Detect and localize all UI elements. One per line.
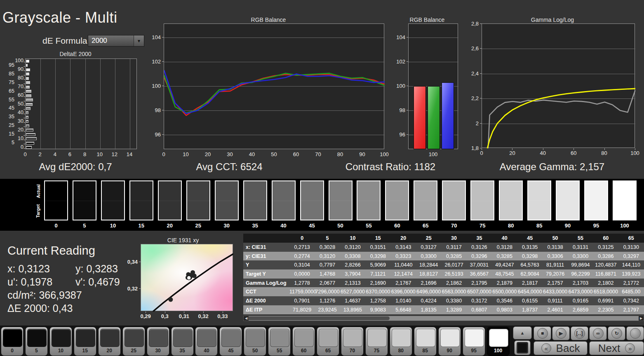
axis-tick	[407, 86, 408, 86]
pattern-button-75[interactable]: 75	[365, 327, 388, 356]
swatch-actual	[73, 181, 96, 201]
table-cell: 2,1767	[391, 280, 416, 286]
pattern-swatch	[149, 329, 168, 347]
stop-button[interactable]: ■	[534, 326, 551, 340]
axis-tick	[24, 96, 25, 97]
back-button-label: Back	[556, 342, 580, 355]
table-cell: 0,3285	[492, 253, 517, 259]
table-cell: 0,3546	[492, 298, 517, 304]
deltae-bar	[26, 103, 33, 106]
swatch-level-label: 100	[620, 222, 629, 229]
pattern-button-40[interactable]: 40	[195, 327, 218, 356]
table-row-label: ΔE ITP	[243, 307, 289, 313]
table-cell: 0,9165	[568, 298, 593, 304]
table-cell: 9,9083	[365, 307, 390, 313]
pattern-toolbar: 0510152025303540455055606570758085909510…	[0, 326, 644, 356]
avg-de-stat: Avg dE2000: 0,7	[39, 161, 112, 173]
axis-tick-label: 95	[9, 62, 14, 68]
record-button[interactable]	[626, 326, 644, 340]
pattern-swatch	[489, 329, 508, 347]
table-header-cell: 25	[416, 235, 441, 241]
pattern-button-80[interactable]: 80	[390, 327, 412, 356]
stop-pattern-button[interactable]	[514, 340, 531, 355]
axis-tick-label: 96	[400, 131, 405, 138]
table-cell: 6473,0000	[568, 289, 593, 295]
pattern-button-50[interactable]: 50	[244, 327, 266, 356]
grayscale-swatch-90	[556, 180, 580, 220]
table-cell: 0,3308	[340, 253, 365, 259]
pattern-button-label: 60	[293, 348, 315, 354]
pattern-button-5[interactable]: 5	[25, 327, 48, 356]
pattern-button-95[interactable]: 95	[463, 327, 485, 356]
pattern-button-45[interactable]: 45	[219, 327, 242, 356]
pattern-button-30[interactable]: 30	[147, 327, 169, 356]
chevron-down-icon[interactable]: ▼	[134, 35, 144, 46]
pattern-swatch	[3, 329, 22, 347]
pattern-button-85[interactable]: 85	[414, 327, 437, 356]
pattern-button-70[interactable]: 70	[341, 327, 364, 356]
grayscale-swatch-80	[499, 180, 523, 220]
pattern-button-15[interactable]: 15	[74, 327, 96, 356]
axis-tick-label: 0,29	[140, 313, 150, 319]
pattern-button-0[interactable]: 0	[1, 327, 24, 356]
axis-tick-label: 0,34	[127, 259, 138, 265]
play-button[interactable]: ▶	[552, 326, 570, 340]
table-header-cell: 0	[289, 235, 315, 241]
chart-canvas	[482, 24, 635, 148]
axis-tick-label: 75	[9, 80, 14, 85]
current-de-value: ΔE 2000: 0,43	[7, 302, 73, 314]
swatch-target	[273, 201, 295, 220]
gridline	[85, 59, 86, 150]
de-formula-value: 2000	[88, 37, 134, 45]
deltae-bar	[26, 116, 28, 119]
pattern-button-25[interactable]: 25	[122, 327, 145, 356]
axis-tick-label: 4	[54, 151, 56, 157]
gridline	[409, 37, 458, 38]
table-scrollbar[interactable]: ◀ ▶	[243, 316, 644, 321]
pattern-button-100[interactable]: 100	[487, 327, 510, 356]
table-cell: 2,4601	[543, 307, 568, 313]
table-cell: 96,2299	[568, 271, 593, 277]
pattern-button-10[interactable]: 10	[49, 327, 72, 356]
current-reading-title: Current Reading	[7, 244, 95, 258]
scroll-up-button[interactable]: ▲	[513, 326, 532, 340]
table-cell: 6454,0000	[517, 289, 543, 295]
table-cell: 64,5763	[517, 262, 543, 268]
refresh-button-icon: ↻	[611, 328, 622, 339]
scrollbar-thumb[interactable]	[248, 316, 390, 320]
loop-section-button[interactable]: [‥]	[571, 326, 588, 340]
deltae-bar	[26, 81, 30, 84]
axis-tick-label: 0	[162, 151, 165, 157]
pattern-button-60[interactable]: 60	[292, 327, 315, 356]
swatch-level-label: 80	[508, 222, 514, 229]
gridline	[115, 59, 115, 150]
pattern-swatch	[246, 329, 265, 347]
next-button[interactable]: Next»	[589, 341, 644, 355]
pattern-swatch	[416, 329, 435, 347]
de-formula-dropdown[interactable]: 2000 ▼	[88, 35, 144, 47]
axis-tick	[480, 48, 482, 49]
grayscale-swatch-45	[300, 180, 324, 220]
axis-tick-label: 0,3	[161, 313, 169, 319]
pattern-button-65[interactable]: 65	[317, 327, 339, 356]
axis-tick	[24, 114, 25, 114]
table-header-cell: 20	[391, 235, 416, 241]
axis-tick	[24, 88, 25, 88]
table-cell: 0,7797	[315, 262, 340, 268]
back-button[interactable]: «Back	[534, 341, 588, 355]
scroll-right-icon[interactable]: ▶	[639, 316, 644, 321]
pattern-button-20[interactable]: 20	[98, 327, 121, 356]
table-cell: 0,9803	[492, 307, 517, 313]
pattern-button-label: 5	[26, 348, 47, 354]
pattern-swatch	[221, 329, 241, 347]
table-cell: 6507,0000	[467, 289, 492, 295]
table-cell: 2,1817	[517, 280, 543, 286]
table-row: y: CIE310,27740,31200,33080,32980,33230,…	[243, 252, 644, 261]
infinite-loop-button[interactable]: ∞	[589, 326, 607, 340]
refresh-button[interactable]: ↻	[608, 326, 625, 340]
pattern-button-35[interactable]: 35	[171, 327, 194, 356]
pattern-button-90[interactable]: 90	[438, 327, 461, 356]
pattern-button-label: 70	[341, 348, 363, 354]
pattern-button-55[interactable]: 55	[268, 327, 291, 356]
axis-tick	[24, 140, 25, 140]
